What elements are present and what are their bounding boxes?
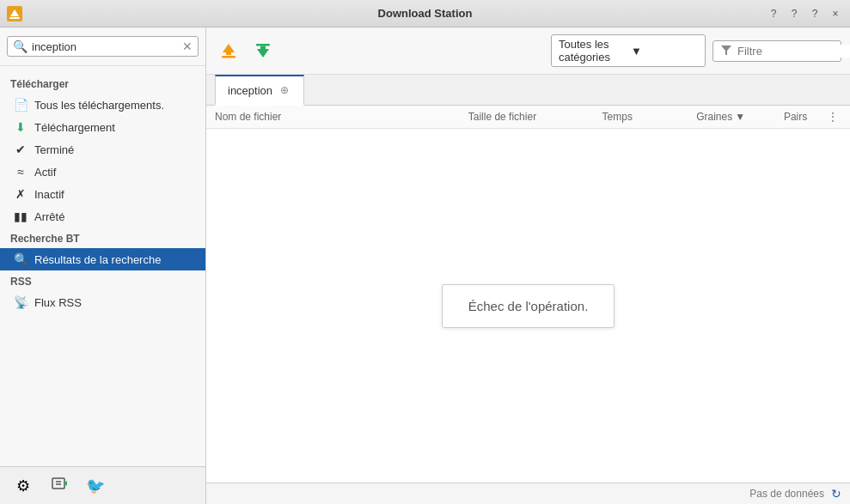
svg-rect-2 [9,17,20,19]
restore-button[interactable]: ? [786,6,802,21]
search-clear-icon[interactable]: ✕ [182,39,193,53]
section-label-rss: RSS [0,270,205,291]
column-peers: Pairs [767,111,824,123]
category-dropdown-icon: ▼ [631,45,698,58]
sidebar-item-all-label: Tous les téléchargements. [34,99,164,112]
filter-input[interactable] [737,45,850,58]
sidebar-item-search-results[interactable]: 🔍 Résultats de la recherche [0,248,205,270]
column-more: ⋮ [824,111,841,123]
content-area: Toutes les catégories ▼ inception ⊕ Nom [206,27,850,504]
svg-marker-7 [223,44,235,52]
maximize-button[interactable]: ? [807,6,822,21]
no-data-label: Pas de données [749,488,824,500]
sidebar-item-stopped-label: Arrêté [34,210,64,223]
sidebar-item-all[interactable]: 📄 Tous les téléchargements. [0,94,205,116]
section-label-telecharger: Télécharger [0,73,205,94]
filter-box [712,40,841,62]
sidebar-item-rss[interactable]: 📡 Flux RSS [0,291,205,313]
svg-rect-9 [222,56,235,58]
column-time: Temps [560,111,675,123]
inactive-icon: ✗ [14,187,28,201]
download-icon [254,41,272,60]
svg-marker-13 [721,46,731,55]
sidebar-footer: ⚙ 🐦 [0,466,205,504]
search-icon: 🔍 [13,39,28,53]
svg-rect-8 [226,52,231,55]
title-bar: Download Station ? ? ? × [0,0,850,27]
svg-rect-11 [260,46,266,50]
svg-marker-12 [257,49,269,58]
import-icon [51,475,68,496]
column-seeds: Graines ▼ [675,111,767,123]
title-bar-title: Download Station [378,7,473,20]
close-button[interactable]: × [828,6,843,21]
import-button[interactable] [43,471,76,501]
search-bar: 🔍 ✕ [0,27,205,66]
sort-icon: ▼ [735,111,745,123]
sidebar-item-active-label: Actif [34,166,56,179]
minimize-button[interactable]: ? [766,6,781,21]
toolbar: Toutes les catégories ▼ [206,27,850,75]
upload-button[interactable] [215,38,242,64]
error-message: Échec de l'opération. [468,299,589,313]
search-input-wrapper: 🔍 ✕ [7,36,199,57]
sidebar: 🔍 ✕ Télécharger 📄 Tous les téléchargemen… [0,27,206,504]
svg-rect-10 [256,44,270,46]
sidebar-item-inactive-label: Inactif [34,188,64,201]
column-filesize: Taille de fichier [445,111,560,123]
category-selector[interactable]: Toutes les catégories ▼ [551,34,706,67]
main-layout: 🔍 ✕ Télécharger 📄 Tous les téléchargemen… [0,27,850,504]
active-icon: ≈ [14,165,28,179]
sidebar-item-downloading-label: Téléchargement [34,121,115,134]
sidebar-item-downloading[interactable]: ⬇ Téléchargement [0,116,205,138]
tab-inception[interactable]: inception ⊕ [215,75,304,106]
tab-close-button[interactable]: ⊕ [278,83,291,97]
sidebar-item-stopped[interactable]: ▮▮ Arrêté [0,205,205,228]
settings-button[interactable]: ⚙ [7,471,40,501]
sidebar-item-active[interactable]: ≈ Actif [0,161,205,183]
category-label: Toutes les catégories [559,38,626,64]
sidebar-item-search-results-label: Résultats de la recherche [34,253,161,266]
table-header: Nom de fichier Taille de fichier Temps G… [206,106,850,129]
pause-icon: ▮▮ [14,209,28,223]
share-button[interactable]: 🐦 [79,471,112,501]
title-bar-controls: ? ? ? × [766,6,843,21]
section-label-bt: Recherche BT [0,228,205,248]
content-body: Échec de l'opération. [206,129,850,483]
download-icon: ⬇ [14,120,28,134]
sidebar-nav: Télécharger 📄 Tous les téléchargements. … [0,66,205,466]
title-bar-left [7,6,22,21]
tabs-bar: inception ⊕ [206,75,850,106]
sidebar-item-completed-label: Terminé [34,143,74,156]
upload-icon [219,41,238,60]
search-input[interactable] [32,40,178,53]
status-bar: Pas de données ↻ [206,483,850,504]
download-button[interactable] [249,38,277,64]
sidebar-item-completed[interactable]: ✔ Terminé [0,138,205,161]
search-results-icon: 🔍 [14,252,28,266]
tab-inception-label: inception [228,84,272,97]
sidebar-item-rss-label: Flux RSS [34,296,82,309]
file-icon: 📄 [14,98,28,112]
rss-icon: 📡 [14,295,28,309]
refresh-button[interactable]: ↻ [831,487,841,501]
error-box: Échec de l'opération. [442,284,615,328]
column-filename: Nom de fichier [215,111,445,123]
check-icon: ✔ [14,143,28,156]
svg-rect-3 [52,478,64,489]
sidebar-item-inactive[interactable]: ✗ Inactif [0,183,205,205]
settings-icon: ⚙ [16,477,30,495]
app-icon [7,6,22,21]
share-icon: 🐦 [86,477,105,495]
filter-icon [720,44,732,58]
